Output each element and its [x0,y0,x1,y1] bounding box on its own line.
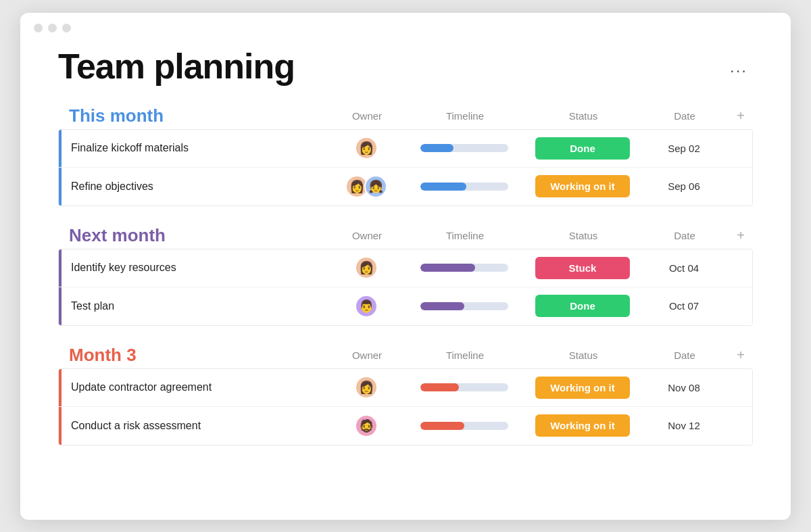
add-row-button[interactable]: + [729,347,753,363]
avatar: 🧔 [355,414,378,437]
status-cell: Working on it [525,175,640,197]
owner-cell: 👩 [329,137,403,160]
owner-cell: 👨 [329,295,403,318]
timeline-cell [403,183,525,191]
timeline-bar-bg [420,302,508,310]
col-header-date: Date [641,349,729,361]
avatar: 👩 [355,256,378,279]
task-name: Refine objectives [62,180,329,193]
status-badge: Working on it [535,175,630,197]
timeline-bar-bg [420,422,508,430]
timeline-cell [403,422,525,430]
section-title: Next month [69,225,166,245]
timeline-cell [403,302,525,310]
timeline-bar-fill [420,422,464,430]
task-name: Finalize kickoff materials [62,142,329,154]
dot-yellow [48,24,57,32]
timeline-cell [403,264,525,272]
timeline-bar-bg [420,264,508,272]
col-header-owner: Owner [330,349,404,361]
status-badge: Working on it [535,414,630,437]
col-header-owner: Owner [330,230,404,241]
owner-cell: 👩👧 [329,175,403,198]
more-button[interactable]: ··· [724,58,753,82]
status-cell: Working on it [525,414,640,437]
avatar: 👧 [364,175,387,198]
owner-cell: 🧔 [329,414,403,437]
col-header-timeline: Timeline [404,230,526,241]
col-header-status: Status [526,230,641,241]
date-cell: Sep 02 [640,143,728,154]
task-name: Conduct a risk assessment [62,420,329,432]
section-this-month: This month Owner Timeline Status Date + … [58,105,753,206]
section-title: This month [69,105,164,126]
status-badge: Done [535,137,630,160]
timeline-bar-fill [420,183,466,191]
dot-red [34,24,43,32]
table-body: Finalize kickoff materials 👩 Done Sep 02… [58,129,753,206]
owner-cell: 👩 [329,256,403,279]
table-row[interactable]: Test plan 👨 Done Oct 07 [59,287,752,325]
table-row[interactable]: Identify key resources 👩 Stuck Oct 04 [59,249,752,287]
section-header-row: Month 3 Owner Timeline Status Date + [58,345,753,366]
date-cell: Oct 04 [640,262,728,274]
add-row-button[interactable]: + [729,228,753,243]
page-title: Team planning [58,46,295,87]
titlebar [20,13,791,39]
col-header-owner: Owner [330,110,404,122]
task-name: Test plan [62,300,329,312]
status-cell: Working on it [525,377,640,399]
table-body: Update contractor agreement 👩 Working on… [58,368,753,445]
col-header-timeline: Timeline [404,349,526,361]
status-badge: Working on it [535,377,630,399]
avatar: 👨 [355,295,378,318]
timeline-bar-fill [420,302,464,310]
date-cell: Nov 08 [640,382,728,393]
timeline-bar-fill [420,383,459,391]
timeline-bar-bg [420,383,508,391]
status-cell: Done [525,295,640,317]
table-row[interactable]: Finalize kickoff materials 👩 Done Sep 02 [59,130,752,168]
timeline-bar-fill [420,264,475,272]
date-cell: Sep 06 [640,180,728,192]
page-content: Team planning ··· This month Owner Timel… [20,39,791,471]
status-cell: Stuck [525,257,640,279]
owner-cell: 👩 [329,376,403,399]
section-month-3: Month 3 Owner Timeline Status Date + Upd… [58,345,753,445]
date-cell: Oct 07 [640,300,728,312]
avatar: 👩 [355,376,378,399]
table-row[interactable]: Conduct a risk assessment 🧔 Working on i… [59,407,752,445]
status-badge: Stuck [535,257,630,279]
timeline-bar-fill [420,144,453,152]
avatar: 👩 [355,137,378,160]
section-header-row: Next month Owner Timeline Status Date + [58,225,753,246]
col-header-date: Date [641,110,729,122]
section-header-row: This month Owner Timeline Status Date + [58,105,753,126]
col-header-timeline: Timeline [404,110,526,122]
main-window: Team planning ··· This month Owner Timel… [20,13,791,520]
add-row-button[interactable]: + [729,108,753,124]
page-header: Team planning ··· [58,46,753,87]
task-name: Identify key resources [62,262,329,274]
task-name: Update contractor agreement [62,381,329,393]
timeline-cell [403,383,525,391]
table-row[interactable]: Update contractor agreement 👩 Working on… [59,369,752,407]
status-cell: Done [525,137,640,160]
dot-green [62,24,71,32]
date-cell: Nov 12 [640,420,728,431]
table-row[interactable]: Refine objectives 👩👧 Working on it Sep 0… [59,168,752,205]
col-header-status: Status [526,110,641,122]
section-title: Month 3 [69,345,137,365]
timeline-bar-bg [420,144,508,152]
section-next-month: Next month Owner Timeline Status Date + … [58,225,753,326]
timeline-bar-bg [420,183,508,191]
sections-container: This month Owner Timeline Status Date + … [58,105,753,445]
col-header-date: Date [641,230,729,241]
col-header-status: Status [526,349,641,361]
table-body: Identify key resources 👩 Stuck Oct 04 Te… [58,249,753,326]
timeline-cell [403,144,525,152]
status-badge: Done [535,295,630,317]
